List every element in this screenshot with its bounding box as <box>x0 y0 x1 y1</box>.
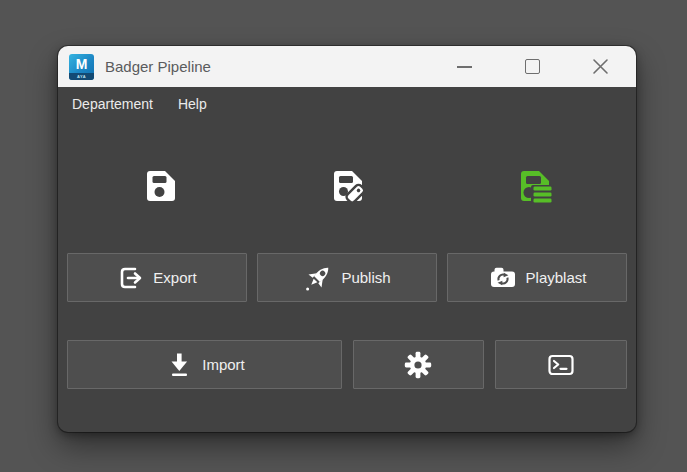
save-icon <box>140 166 180 206</box>
export-button-label: Export <box>153 269 196 286</box>
menubar: Departement Help <box>58 87 636 121</box>
save-status-cell <box>67 166 254 206</box>
maya-icon-sub: AYA <box>69 73 94 80</box>
import-button[interactable]: Import <box>67 340 342 389</box>
maya-app-icon: M AYA <box>69 54 94 80</box>
export-arrow-icon <box>117 264 145 292</box>
close-button[interactable] <box>578 46 623 87</box>
download-icon <box>164 350 194 380</box>
window-controls <box>442 46 623 87</box>
import-button-label: Import <box>202 356 245 373</box>
terminal-button[interactable] <box>495 340 627 389</box>
menu-item-departement[interactable]: Departement <box>72 96 153 112</box>
titlebar[interactable]: M AYA Badger Pipeline <box>58 46 636 87</box>
gear-icon <box>403 350 433 380</box>
save-status-cell <box>440 166 627 206</box>
export-button[interactable]: Export <box>67 253 247 302</box>
badger-pipeline-window: M AYA Badger Pipeline Departemen <box>58 46 636 432</box>
maximize-icon <box>525 59 540 74</box>
publish-button-label: Publish <box>341 269 390 286</box>
publish-button[interactable]: Publish <box>257 253 437 302</box>
playblast-button-label: Playblast <box>526 269 587 286</box>
maximize-button[interactable] <box>510 46 555 87</box>
minimize-button[interactable] <box>442 46 487 87</box>
save-status-row <box>58 166 636 206</box>
action-row-2: Import <box>58 340 636 389</box>
playblast-button[interactable]: Playblast <box>447 253 627 302</box>
menu-item-help[interactable]: Help <box>178 96 207 112</box>
close-icon <box>592 58 609 75</box>
incremental-save-icon <box>514 166 554 206</box>
action-row-1: Export Publish <box>58 253 636 302</box>
terminal-icon <box>546 350 576 380</box>
settings-button[interactable] <box>353 340 484 389</box>
maya-icon-letter: M <box>76 57 88 71</box>
minimize-icon <box>457 66 472 68</box>
desktop-background: M AYA Badger Pipeline Departemen <box>0 0 687 472</box>
window-title: Badger Pipeline <box>105 58 442 75</box>
camera-sync-icon <box>488 263 518 293</box>
save-status-cell <box>254 166 441 206</box>
rocket-icon <box>303 263 333 293</box>
save-as-icon <box>327 166 367 206</box>
